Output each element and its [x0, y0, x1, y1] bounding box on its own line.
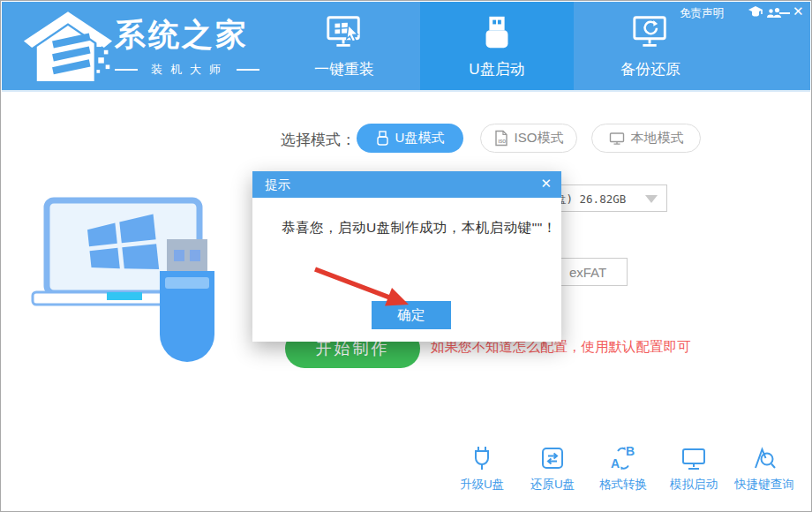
monitor-windows-icon — [324, 12, 365, 53]
svg-text:ISO: ISO — [498, 139, 506, 144]
usb-plug-icon — [468, 444, 496, 472]
mode-pill-iso[interactable]: ISO ISO模式 — [480, 124, 577, 153]
dialog-close-icon[interactable]: ✕ — [540, 176, 552, 192]
usb-device-value: 盘) 26.82GB — [555, 192, 626, 207]
confirm-button[interactable]: 确定 — [372, 301, 451, 329]
laptop-usb-illustration — [26, 193, 230, 372]
toolbar-upgrade-usb[interactable]: 升级U盘 — [447, 444, 517, 493]
mode-pill-label: U盘模式 — [395, 130, 445, 147]
toolbar-label: 还原U盘 — [530, 477, 575, 493]
mode-pill-label: 本地模式 — [631, 130, 684, 147]
usb-restore-icon — [538, 444, 567, 472]
service-cap-icon[interactable] — [748, 5, 763, 19]
mode-select-label: 选择模式： — [281, 130, 356, 150]
minimize-button[interactable] — [779, 12, 790, 14]
format-convert-icon: A B — [609, 444, 637, 472]
svg-text:B: B — [626, 444, 635, 458]
toolbar-simulate-boot[interactable]: 模拟启动 — [658, 444, 729, 493]
dialog-title: 提示 — [265, 177, 290, 193]
app-logo: 系统之家 装机大师 — [23, 7, 270, 88]
logo-subtitle: 装机大师 — [146, 62, 229, 78]
dash-left — [115, 69, 138, 71]
mode-pill-local[interactable]: 本地模式 — [591, 124, 701, 153]
mode-pill-usb[interactable]: U盘模式 — [357, 124, 463, 153]
toolbar-hotkey-search[interactable]: 快捷键查询 — [729, 444, 800, 493]
toolbar-label: 模拟启动 — [670, 477, 718, 493]
monitor-restore-icon — [630, 12, 671, 53]
close-button[interactable]: ✕ — [793, 4, 804, 19]
header-bar: 系统之家 装机大师 一键重装 — [2, 2, 810, 90]
monitor-icon — [609, 132, 625, 146]
toolbar-restore-usb[interactable]: 还原U盘 — [517, 444, 588, 493]
iso-file-icon: ISO — [494, 130, 508, 147]
app-window: 系统之家 装机大师 一键重装 — [0, 0, 812, 512]
toolbar-label: 升级U盘 — [460, 477, 504, 493]
toolbar-label: 格式转换 — [599, 477, 647, 493]
hotkey-search-icon — [750, 444, 778, 472]
svg-text:A: A — [611, 456, 620, 471]
mode-pill-label: ISO模式 — [515, 130, 564, 147]
dash-right — [237, 69, 259, 71]
toolbar-format-convert[interactable]: A B 格式转换 — [588, 444, 658, 493]
chevron-down-icon — [645, 195, 658, 203]
tab-one-key-reinstall[interactable]: 一键重装 — [268, 2, 420, 90]
house-logo-icon — [23, 11, 113, 85]
tab-label: 备份还原 — [620, 59, 680, 79]
simulate-boot-icon — [680, 444, 708, 472]
tab-usb-boot[interactable]: U盘启动 — [420, 2, 574, 90]
dialog-message: 恭喜您，启动U盘制作成功，本机启动键""！ — [282, 219, 557, 237]
header-divider — [2, 90, 810, 92]
logo-title: 系统之家 — [115, 14, 259, 56]
tab-label: 一键重装 — [314, 59, 374, 79]
usb-drive-icon — [477, 12, 517, 53]
format-value: exFAT — [569, 265, 606, 280]
dialog-titlebar: 提示 ✕ — [252, 171, 561, 198]
tab-label: U盘启动 — [469, 59, 524, 79]
usb-icon — [376, 131, 389, 146]
success-dialog: 提示 ✕ 恭喜您，启动U盘制作成功，本机启动键""！ 确定 — [252, 171, 561, 342]
confirm-label: 确定 — [398, 306, 425, 325]
disclaimer-link[interactable]: 免责声明 — [680, 6, 724, 21]
toolbar-label: 快捷键查询 — [734, 477, 794, 493]
